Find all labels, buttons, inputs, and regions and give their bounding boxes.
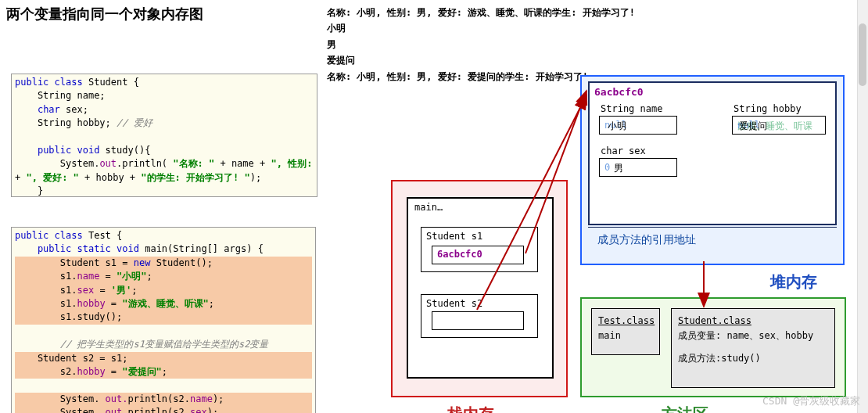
heap-method-ref: 成员方法的引用地址 [597, 233, 696, 247]
heap-label: 堆内存 [770, 271, 817, 293]
stack-label: 栈内存 [447, 404, 494, 413]
stack-var-s2-label: Student s2 [426, 298, 482, 309]
class-title: Test.class [598, 314, 653, 329]
scrollbar-thumb[interactable] [859, 23, 866, 86]
heap-hobby-label: String hobby [733, 103, 802, 114]
console-line: 男 [327, 37, 647, 52]
heap-name-box: null 小明 [599, 116, 677, 135]
heap-name-label: String name [601, 103, 662, 114]
method-area-label: 方法区 [662, 404, 708, 413]
heap-sex-box: 0 男 [599, 158, 677, 177]
console-line: 爱提问 [327, 52, 647, 68]
stack-frame-title: main… [414, 202, 443, 213]
console-output: 名称: 小明, 性别: 男, 爱好: 游戏、睡觉、听课的学生: 开始学习了! 小… [327, 5, 647, 84]
watermark: CSDN @骨灰级收藏家 [762, 394, 860, 408]
class-member: main [598, 329, 653, 343]
class-box-test: Test.class main [591, 308, 660, 355]
heap-object-address: 6acbcfc0 [594, 86, 644, 98]
class-members-vars: 成员变量: name、sex、hobby [678, 329, 828, 343]
heap-sex-label: char sex [601, 145, 646, 156]
scrollbar[interactable] [857, 0, 868, 413]
stack-var-s2-addr [432, 311, 524, 330]
stack-var-s1-addr: 6acbcfc0 [432, 246, 524, 264]
stack-var-s1-label: Student s1 [426, 231, 482, 242]
console-line: 小明 [327, 20, 647, 36]
stack-main-frame [407, 197, 554, 379]
console-line: 名称: 小明, 性别: 男, 爱好: 游戏、睡觉、听课的学生: 开始学习了! [327, 5, 647, 20]
class-members-methods: 成员方法:study() [678, 351, 828, 366]
class-box-student: Student.class 成员变量: name、sex、hobby 成员方法:… [671, 308, 835, 388]
page-title: 两个变量指向同一个对象内存图 [6, 5, 225, 23]
code-test: public class Test { public static void m… [11, 227, 316, 413]
heap-divider [588, 227, 837, 228]
code-student: public class Student { String name; char… [11, 74, 317, 197]
class-title: Student.class [678, 314, 828, 329]
heap-hobby-box: 游戏、睡觉、听课 null 爱提问 [732, 116, 826, 135]
